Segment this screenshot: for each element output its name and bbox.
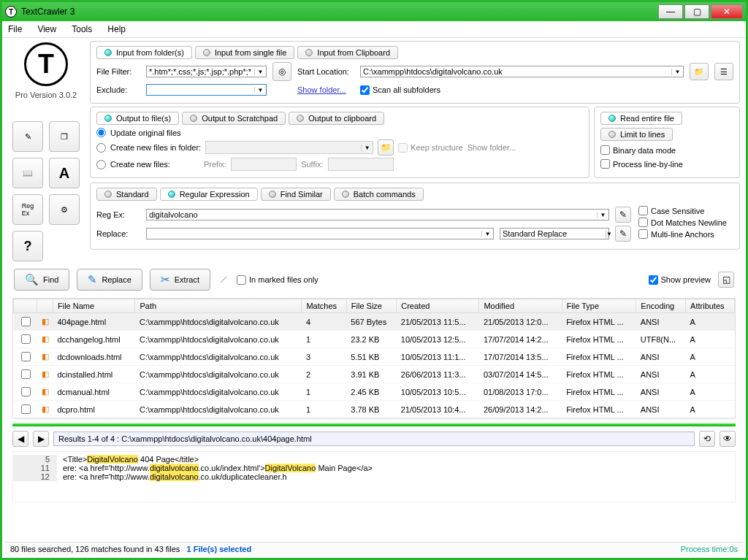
refresh-button[interactable]: ⟲ [699,431,715,447]
replace-edit-button[interactable]: ✎ [615,226,631,242]
tree-button[interactable]: ☰ [714,63,733,80]
version-label: Pro Version 3.0.2 [15,91,77,99]
chevron-down-icon: ▼ [671,69,683,75]
table-row[interactable]: ◧ dcpro.htmlC:\xammpp\htdocs\digitalvolc… [14,401,735,418]
row-checkbox[interactable] [21,404,31,414]
keep-structure-checkbox[interactable]: Keep structure [398,143,463,153]
find-in-results-button[interactable]: 👁 [720,431,736,447]
tab-input-clipboard[interactable]: Input from Clipboard [297,46,398,59]
replace-mode-select[interactable]: ▼ [500,228,609,239]
maximize-button[interactable]: ▢ [684,4,709,19]
col-attributes[interactable]: Attributes [686,299,735,313]
checkbox-label: Keep structure [411,143,463,152]
radio-update-original[interactable]: Update original files [96,128,583,137]
broom-icon: ⟋ [218,273,229,286]
tab-input-folders[interactable]: Input from folder(s) [96,46,192,59]
table-row[interactable]: ◧ 404page.htmlC:\xammpp\htdocs\digitalvo… [14,313,735,331]
tab-similar[interactable]: Find Similar [261,188,331,201]
menu-tools[interactable]: Tools [72,24,92,34]
start-location-input[interactable]: ▼ [360,66,684,77]
tab-regex[interactable]: Regular Expression [160,188,258,201]
prefix-input[interactable] [231,158,297,171]
tab-output-files[interactable]: Output to file(s) [96,112,179,125]
row-checkbox[interactable] [21,317,31,326]
table-row[interactable]: ◧ dcmanual.htmlC:\xammpp\htdocs\digitalv… [14,383,735,401]
tab-read-entire[interactable]: Read entire file [600,112,682,125]
menu-help[interactable]: Help [107,24,126,34]
tool-edit-button[interactable]: ✎ [12,121,43,152]
replace-input[interactable]: ▼ [146,228,494,239]
table-row[interactable]: ◧ dcinstalled.htmlC:\xammpp\htdocs\digit… [14,366,735,383]
extract-button[interactable]: ✂Extract [150,269,210,291]
radio-create-in-folder[interactable]: Create new files in folder: ▼ 📁 Keep str… [96,139,583,156]
regex-input[interactable]: ▼ [146,209,609,220]
folder-path-input[interactable]: ▼ [205,141,373,154]
col-filetype[interactable]: File Type [562,299,636,313]
radio-dot-icon [104,49,112,56]
col-filesize[interactable]: File Size [346,299,396,313]
show-preview-checkbox[interactable]: Show preview [649,275,711,285]
tab-label: Find Similar [280,190,323,199]
tool-book-button[interactable]: 📖 [12,158,43,188]
tab-batch[interactable]: Batch commands [334,188,424,201]
regex-edit-button[interactable]: ✎ [615,207,631,223]
dot-newline-checkbox[interactable]: Dot Matches Newline [638,218,733,227]
minimize-button[interactable]: — [658,4,683,19]
col-path[interactable]: Path [135,299,302,313]
binary-mode-checkbox[interactable]: Binary data mode [600,145,733,155]
table-row[interactable]: ◧ dcchangelog.htmlC:\xammpp\htdocs\digit… [14,331,735,348]
radio-create-new[interactable]: Create new files: Prefix: Suffix: [96,158,583,171]
case-sensitive-checkbox[interactable]: Case Sensitive [638,206,733,215]
output-panel: Output to file(s) Output to Scratchpad O… [90,107,589,178]
checkbox-label: Multi-line Anchors [651,230,714,239]
prev-result-button[interactable]: ◀ [12,431,28,447]
row-checkbox[interactable] [21,352,31,361]
col-matches[interactable]: Matches [302,299,346,313]
checkbox-label: Binary data mode [613,146,676,155]
tab-label: Output to file(s) [116,114,171,123]
row-checkbox[interactable] [21,369,31,379]
tool-help-button[interactable]: ? [12,231,43,261]
suffix-input[interactable] [328,158,394,171]
exclude-input[interactable]: ▼ [146,84,267,96]
col-encoding[interactable]: Encoding [636,299,686,313]
col-modified[interactable]: Modified [479,299,562,313]
tab-output-scratch[interactable]: Output to Scratchpad [182,112,286,125]
tool-regex-button[interactable]: Reg Ex [12,194,43,225]
show-folder-text: Show folder... [468,143,516,152]
tab-label: Standard [116,190,149,199]
tab-input-single[interactable]: Input from single file [195,46,294,59]
next-result-button[interactable]: ▶ [33,431,49,447]
line-mode-checkbox[interactable]: Process line-by-line [600,159,733,169]
target-button[interactable]: ◎ [272,62,291,81]
checkbox-label: Case Sensitive [651,207,704,215]
marked-files-checkbox[interactable]: In marked files only [237,275,318,285]
status-time: Process time:0s [681,545,738,553]
replace-button[interactable]: ✎Replace [77,269,142,291]
file-filter-input[interactable]: ▼ [146,66,267,77]
row-checkbox[interactable] [21,334,31,344]
tool-settings-button[interactable]: ⚙ [49,194,80,225]
find-button[interactable]: 🔍Find [14,269,69,291]
close-button[interactable]: ✕ [711,4,743,19]
radio-dot-icon [305,49,313,56]
browse-folder-button[interactable]: 📁 [690,63,709,80]
col-created[interactable]: Created [397,299,479,313]
radio-dot-icon [168,191,175,198]
menu-file[interactable]: File [8,24,22,34]
multiline-checkbox[interactable]: Multi-line Anchors [638,229,733,239]
tool-font-button[interactable]: A [49,158,80,188]
tab-read-limit[interactable]: Limit to lines [600,128,673,141]
table-row[interactable]: ◧ dcdownloads.htmlC:\xammpp\htdocs\digit… [14,348,735,366]
col-filename[interactable]: File Name [53,299,135,313]
tab-standard[interactable]: Standard [96,188,157,201]
tool-windows-button[interactable]: ❐ [49,121,80,152]
expand-button[interactable]: ◱ [718,272,734,288]
button-label: Extract [175,275,199,284]
scan-subfolders-checkbox[interactable]: Scan all subfolders [360,85,440,95]
browse-button[interactable]: 📁 [378,139,394,156]
tab-output-clipboard[interactable]: Output to clipboard [289,112,384,125]
row-checkbox[interactable] [21,387,31,396]
menu-view[interactable]: View [37,24,56,34]
show-folder-link[interactable]: Show folder... [297,85,354,94]
